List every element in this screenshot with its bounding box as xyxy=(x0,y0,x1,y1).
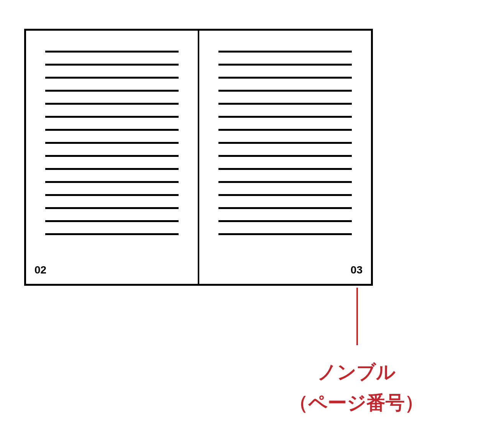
text-line xyxy=(45,168,179,170)
text-line xyxy=(45,142,179,144)
text-line xyxy=(45,51,179,53)
text-line xyxy=(45,103,179,105)
text-line xyxy=(218,220,352,222)
text-line xyxy=(45,129,179,131)
left-text-lines xyxy=(45,51,179,235)
text-line xyxy=(45,77,179,79)
text-line xyxy=(218,194,352,196)
annotation-subtitle: （ページ番号） xyxy=(268,387,445,418)
text-line xyxy=(45,64,179,66)
text-line xyxy=(218,129,352,131)
text-line xyxy=(218,181,352,183)
text-line xyxy=(218,207,352,209)
text-line xyxy=(218,142,352,144)
text-line xyxy=(45,181,179,183)
text-line xyxy=(45,116,179,118)
text-line xyxy=(218,77,352,79)
text-line xyxy=(45,233,179,235)
text-line xyxy=(45,194,179,196)
text-line xyxy=(218,90,352,92)
text-line xyxy=(218,64,352,66)
annotation-title: ノンブル xyxy=(268,357,445,387)
annotation-label: ノンブル （ページ番号） xyxy=(268,357,445,418)
right-page: 03 xyxy=(199,31,371,284)
text-line xyxy=(45,207,179,209)
text-line xyxy=(218,233,352,235)
right-text-lines xyxy=(218,51,352,235)
annotation-pointer-line xyxy=(356,288,358,345)
text-line xyxy=(218,103,352,105)
text-line xyxy=(45,220,179,222)
text-line xyxy=(45,155,179,157)
text-line xyxy=(218,168,352,170)
left-page: 02 xyxy=(26,31,199,284)
text-line xyxy=(218,51,352,53)
text-line xyxy=(45,90,179,92)
book-spread: 02 03 xyxy=(24,29,373,286)
text-line xyxy=(218,116,352,118)
left-page-number: 02 xyxy=(34,264,46,276)
right-page-number: 03 xyxy=(351,264,363,276)
text-line xyxy=(218,155,352,157)
